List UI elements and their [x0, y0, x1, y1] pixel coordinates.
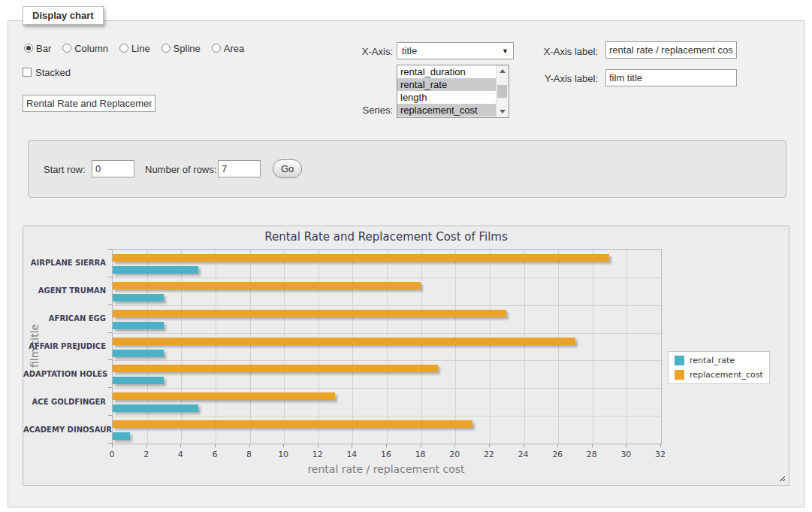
bar-rental_rate	[113, 322, 164, 329]
x-tick-label: 6	[212, 450, 217, 459]
y-axis-label-input[interactable]	[605, 69, 737, 86]
x-axis-select-label: X-Axis:	[300, 46, 393, 57]
resize-handle-icon[interactable]	[777, 474, 785, 481]
y-tick-mark	[108, 304, 112, 305]
radio-icon[interactable]	[119, 44, 128, 53]
x-axis-selected-value: title	[402, 45, 417, 56]
x-tick-label: 20	[449, 450, 460, 459]
chart-container: Rental Rate and Replacement Cost of Film…	[23, 226, 789, 486]
y-axis-label-field-label: Y-Axis label:	[518, 73, 598, 84]
x-tick-mark	[557, 444, 558, 447]
x-tick-mark	[454, 444, 455, 447]
x-tick-label: 16	[381, 450, 391, 459]
radio-icon[interactable]	[24, 44, 33, 53]
triangle-down-icon	[500, 110, 506, 114]
chart-type-radio-area[interactable]: Area	[212, 43, 244, 54]
y-tick-mark	[108, 277, 112, 277]
vertical-gridline	[352, 250, 353, 444]
vertical-gridline	[387, 250, 388, 444]
start-row-input[interactable]	[92, 160, 134, 177]
radio-label: Line	[131, 43, 150, 54]
bar-replacement_cost	[113, 254, 609, 262]
y-tick-mark	[108, 359, 112, 360]
category-label: ACE GOLDFINGER	[23, 397, 106, 405]
x-tick-mark	[352, 444, 352, 447]
series-option-replacement_cost[interactable]: replacement_cost	[397, 104, 509, 117]
panel-title-tab: Display chart	[23, 6, 104, 25]
chart-type-radio-spline[interactable]: Spline	[161, 43, 201, 54]
radio-icon[interactable]	[62, 44, 71, 53]
scrollbar-thumb[interactable]	[497, 85, 507, 98]
chart-title-input[interactable]	[23, 95, 155, 112]
series-listbox[interactable]: rental_durationrental_ratelengthreplacem…	[397, 65, 509, 118]
x-axis-label-input[interactable]	[605, 41, 737, 59]
x-tick-label: 0	[110, 450, 115, 459]
series-listbox-label: Series:	[300, 105, 393, 116]
scroll-up-button[interactable]	[497, 65, 509, 77]
go-button[interactable]: Go	[273, 159, 302, 178]
x-tick-label: 4	[178, 450, 183, 459]
x-tick-mark	[318, 444, 318, 447]
category-label: ADAPTATION HOLES	[23, 369, 106, 377]
legend-item-replacement_cost: replacement_cost	[675, 370, 763, 380]
legend-swatch-icon	[675, 356, 684, 365]
x-tick-mark	[146, 444, 147, 447]
x-tick-label: 26	[552, 450, 563, 459]
category-label: AGENT TRUMAN	[23, 286, 106, 295]
legend-item-rental_rate: rental_rate	[675, 356, 763, 365]
chart-type-radio-bar[interactable]: Bar	[24, 43, 51, 54]
horizontal-gridline	[113, 277, 661, 278]
legend-swatch-icon	[675, 370, 684, 380]
radio-icon[interactable]	[161, 44, 171, 53]
stacked-checkbox[interactable]	[23, 68, 32, 77]
vertical-gridline	[147, 250, 148, 444]
bar-rental_rate	[113, 377, 164, 384]
category-label: AIRPLANE SIERRA	[23, 259, 106, 267]
bar-rental_rate	[113, 294, 164, 301]
vertical-gridline	[524, 250, 525, 444]
x-tick-label: 2	[143, 450, 149, 459]
stacked-option[interactable]: Stacked	[23, 66, 71, 78]
vertical-gridline	[626, 250, 627, 444]
y-tick-mark	[108, 249, 112, 250]
x-tick-mark	[626, 444, 626, 447]
chart-type-radio-line[interactable]: Line	[119, 43, 150, 54]
vertical-gridline	[216, 250, 216, 444]
stacked-label: Stacked	[35, 67, 71, 78]
bar-replacement_cost	[113, 365, 438, 372]
series-option-rental_rate[interactable]: rental_rate	[397, 78, 509, 91]
chart-type-radio-column[interactable]: Column	[62, 43, 108, 54]
number-of-rows-input[interactable]	[218, 160, 261, 177]
x-tick-label: 24	[518, 450, 529, 459]
y-tick-mark	[108, 387, 112, 388]
x-tick-mark	[489, 444, 490, 447]
series-option-rental_duration[interactable]: rental_duration	[397, 65, 509, 78]
bar-rental_rate	[113, 266, 198, 274]
plot-area	[112, 249, 662, 444]
listbox-scrollbar[interactable]	[496, 65, 509, 117]
bar-replacement_cost	[113, 338, 575, 345]
x-tick-label: 22	[484, 450, 494, 459]
scroll-down-button[interactable]	[497, 106, 509, 117]
radio-icon[interactable]	[212, 44, 221, 53]
x-axis-label-field-label: X-Axis label:	[518, 46, 598, 57]
x-tick-mark	[524, 444, 524, 447]
bar-replacement_cost	[113, 392, 335, 400]
x-tick-mark	[249, 444, 250, 447]
chevron-down-icon: ▼	[502, 47, 509, 55]
chart-legend: rental_ratereplacement_cost	[668, 351, 770, 384]
horizontal-gridline	[113, 305, 661, 306]
bar-replacement_cost	[113, 310, 506, 317]
x-tick-mark	[421, 444, 421, 447]
category-label: AFFAIR PREJUDICE	[23, 342, 106, 350]
vertical-gridline	[181, 250, 182, 444]
horizontal-gridline	[113, 416, 661, 417]
series-option-length[interactable]: length	[397, 91, 509, 104]
series-options: rental_durationrental_ratelengthreplacem…	[397, 65, 509, 117]
x-tick-mark	[386, 444, 387, 447]
x-axis-select[interactable]: title ▼	[397, 42, 514, 59]
x-tick-mark	[283, 444, 284, 447]
vertical-gridline	[421, 250, 422, 444]
radio-label: Spline	[174, 43, 201, 54]
chart-title: Rental Rate and Replacement Cost of Film…	[112, 230, 660, 244]
